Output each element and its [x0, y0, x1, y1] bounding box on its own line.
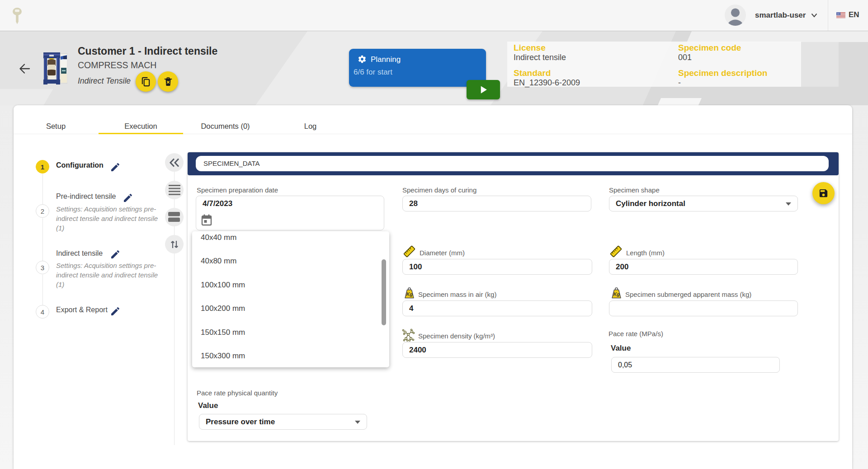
svg-text:Kg: Kg	[613, 291, 620, 297]
svg-text:Kg: Kg	[406, 291, 413, 297]
